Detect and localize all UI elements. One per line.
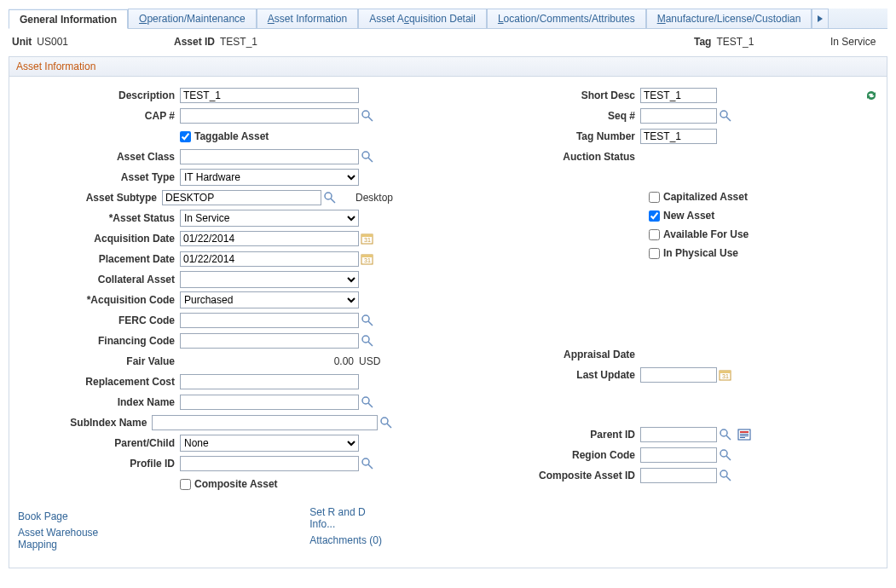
ferc-code-input[interactable]	[180, 313, 359, 328]
index-name-label: Index Name	[18, 396, 180, 408]
svg-point-18	[381, 418, 388, 424]
book-page-link[interactable]: Book Page	[18, 510, 68, 522]
composite-asset-id-input[interactable]	[640, 468, 717, 483]
asset-class-input[interactable]	[180, 149, 359, 164]
parent-id-label: Parent ID	[453, 429, 640, 441]
seq-input[interactable]	[640, 108, 717, 124]
assetid-value: TEST_1	[220, 36, 257, 48]
svg-line-3	[368, 158, 373, 162]
lookup-icon[interactable]	[361, 314, 374, 327]
acquisition-code-select[interactable]: Purchased	[180, 291, 359, 308]
right-column: Short Desc Seq # Tag Number Auction Stat…	[453, 85, 879, 486]
collateral-asset-select[interactable]	[180, 271, 359, 288]
description-input[interactable]	[180, 88, 359, 103]
short-desc-input[interactable]	[640, 88, 717, 103]
lookup-icon[interactable]	[719, 469, 732, 482]
asset-subtype-input[interactable]	[162, 190, 321, 205]
lookup-icon[interactable]	[361, 457, 374, 470]
tab-strip: General Information Operation/Maintenanc…	[9, 9, 887, 29]
asset-warehouse-mapping-link[interactable]: Asset Warehouse Mapping	[18, 527, 139, 551]
tab-asset-information[interactable]: Asset Information	[257, 9, 358, 28]
left-column: Description CAP # Taggable Asset Asset C…	[18, 85, 393, 551]
tab-manufacture-license-custodian[interactable]: Manufacture/License/Custodian	[646, 9, 812, 28]
tag-number-input[interactable]	[640, 129, 717, 144]
svg-point-22	[720, 111, 727, 118]
financing-code-input[interactable]	[180, 333, 359, 349]
capitalized-asset-label: Capitalized Asset	[663, 191, 748, 203]
index-name-input[interactable]	[180, 395, 359, 410]
section-title: Asset Information	[9, 56, 887, 77]
svg-rect-31	[740, 434, 749, 435]
fair-value-amount: 0.00	[180, 355, 359, 367]
lookup-icon[interactable]	[719, 428, 732, 441]
asset-type-select[interactable]: IT Hardware	[180, 169, 359, 186]
region-code-input[interactable]	[640, 447, 717, 463]
parent-id-input[interactable]	[640, 427, 717, 442]
asset-subtype-display: Desktop	[354, 192, 393, 204]
calendar-icon[interactable]: 31	[719, 368, 732, 382]
lookup-icon[interactable]	[323, 191, 337, 205]
calendar-icon[interactable]: 31	[361, 232, 374, 245]
composite-asset-checkbox[interactable]	[180, 479, 191, 490]
fair-value-currency: USD	[359, 355, 380, 367]
tab-asset-acquisition-detail[interactable]: Asset Acquisition Detail	[358, 9, 487, 28]
last-update-label: Last Update	[453, 369, 640, 381]
lookup-icon[interactable]	[379, 416, 393, 429]
calendar-icon[interactable]: 31	[361, 252, 374, 266]
subindex-name-input[interactable]	[152, 415, 378, 430]
asset-status-select[interactable]: In Service	[180, 210, 359, 227]
svg-line-13	[368, 321, 373, 326]
asset-type-label: Asset Type	[18, 171, 180, 183]
replacement-cost-label: Replacement Cost	[18, 376, 180, 388]
svg-text:31: 31	[364, 257, 371, 263]
asset-class-label: Asset Class	[18, 151, 180, 163]
appraisal-date-label: Appraisal Date	[453, 349, 640, 360]
acquisition-date-input[interactable]	[180, 231, 359, 246]
fair-value-label: Fair Value	[18, 355, 180, 367]
svg-point-20	[362, 458, 369, 465]
tab-location-comments-attributes[interactable]: Location/Comments/Attributes	[487, 9, 646, 28]
lookup-icon[interactable]	[719, 448, 732, 462]
placement-date-label: Placement Date	[18, 253, 180, 265]
taggable-asset-label: Taggable Asset	[194, 130, 269, 142]
tab-general-information[interactable]: General Information	[9, 9, 128, 29]
svg-line-17	[368, 403, 373, 407]
description-label: Description	[18, 89, 180, 101]
related-content-icon[interactable]	[737, 428, 753, 441]
set-r-and-d-info-link[interactable]: Set R and D Info...	[309, 506, 393, 530]
available-for-use-checkbox[interactable]	[649, 229, 660, 240]
lookup-icon[interactable]	[361, 150, 374, 164]
last-update-input[interactable]	[640, 367, 717, 383]
tag-value: TEST_1	[716, 36, 754, 48]
placement-date-input[interactable]	[180, 251, 359, 267]
capitalized-asset-checkbox[interactable]	[649, 192, 660, 203]
lookup-icon[interactable]	[361, 109, 374, 123]
service-status: In Service	[830, 36, 876, 48]
svg-point-16	[362, 397, 369, 404]
unit-value: US001	[37, 36, 68, 48]
svg-line-21	[368, 464, 373, 469]
section-body: Description CAP # Taggable Asset Asset C…	[9, 77, 887, 568]
svg-text:31: 31	[722, 373, 729, 379]
taggable-asset-checkbox[interactable]	[180, 131, 191, 142]
asset-status-label: *Asset Status	[18, 212, 180, 224]
cap-input[interactable]	[180, 108, 359, 124]
tab-more-icon[interactable]	[812, 9, 829, 28]
new-asset-checkbox[interactable]	[649, 210, 660, 222]
svg-line-19	[387, 424, 391, 428]
attachments-link[interactable]: Attachments (0)	[309, 534, 382, 546]
svg-point-2	[362, 152, 369, 159]
profile-id-input[interactable]	[180, 456, 359, 471]
refresh-icon[interactable]	[864, 89, 879, 102]
replacement-cost-input[interactable]	[180, 374, 359, 389]
lookup-icon[interactable]	[719, 109, 732, 123]
acquisition-code-label: *Acquisition Code	[18, 294, 180, 306]
parent-child-select[interactable]: None	[180, 435, 359, 452]
svg-rect-33	[740, 437, 745, 438]
svg-point-27	[720, 429, 727, 436]
lookup-icon[interactable]	[361, 334, 374, 348]
lookup-icon[interactable]	[361, 395, 374, 409]
tab-operation-maintenance[interactable]: Operation/Maintenance	[128, 9, 257, 28]
acquisition-date-label: Acquisition Date	[18, 233, 180, 245]
in-physical-use-checkbox[interactable]	[649, 248, 660, 259]
